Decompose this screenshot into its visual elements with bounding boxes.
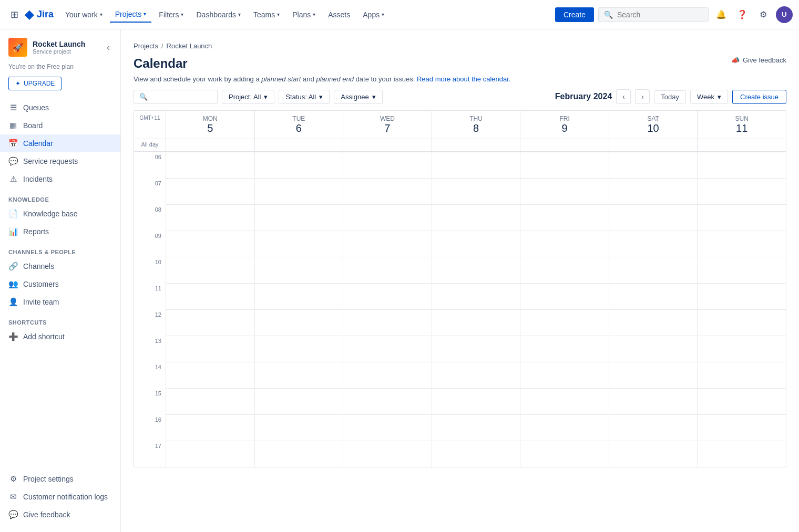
time-cell[interactable] <box>432 441 520 467</box>
topnav-your-work[interactable]: Your work ▾ <box>60 7 108 22</box>
time-cell[interactable] <box>254 152 343 178</box>
calendar-next-button[interactable]: › <box>635 89 650 104</box>
time-cell[interactable] <box>697 283 786 309</box>
time-cell[interactable] <box>254 309 343 336</box>
calendar-search-input[interactable] <box>151 93 212 101</box>
time-cell[interactable] <box>609 204 698 231</box>
time-cell[interactable] <box>343 178 432 204</box>
allday-cell-mon[interactable] <box>166 139 254 151</box>
time-cell[interactable] <box>609 414 698 441</box>
time-cell[interactable] <box>254 362 343 388</box>
time-cell[interactable] <box>697 204 786 231</box>
time-cell[interactable] <box>432 414 520 441</box>
time-cell[interactable] <box>609 257 698 283</box>
time-cell[interactable] <box>609 231 698 257</box>
sidebar-item-board[interactable]: ▦ Board <box>0 117 120 134</box>
today-button[interactable]: Today <box>654 90 686 103</box>
time-cell[interactable] <box>166 283 254 309</box>
create-button[interactable]: Create <box>555 7 594 22</box>
time-cell[interactable] <box>254 388 343 414</box>
time-cell[interactable] <box>520 336 609 362</box>
create-issue-button[interactable]: Create issue <box>732 90 786 104</box>
project-filter-button[interactable]: Project: All ▾ <box>222 90 274 104</box>
sidebar-item-invite-team[interactable]: 👤 Invite team <box>0 293 120 311</box>
time-cell[interactable] <box>609 178 698 204</box>
time-cell[interactable] <box>343 257 432 283</box>
time-cell[interactable] <box>432 178 520 204</box>
time-cell[interactable] <box>343 152 432 178</box>
time-cell[interactable] <box>520 309 609 336</box>
time-cell[interactable] <box>166 441 254 467</box>
time-cell[interactable] <box>520 283 609 309</box>
breadcrumb-projects-link[interactable]: Projects <box>134 42 158 50</box>
topnav-filters[interactable]: Filters ▾ <box>153 7 189 22</box>
calendar-search-box[interactable]: 🔍 <box>134 90 218 104</box>
search-input[interactable] <box>617 11 703 19</box>
time-cell[interactable] <box>166 178 254 204</box>
time-cell[interactable] <box>520 178 609 204</box>
time-cell[interactable] <box>520 441 609 467</box>
time-cell[interactable] <box>697 257 786 283</box>
time-cell[interactable] <box>166 362 254 388</box>
time-cell[interactable] <box>432 257 520 283</box>
time-cell[interactable] <box>254 257 343 283</box>
time-cell[interactable] <box>254 336 343 362</box>
jira-logo[interactable]: ◆ Jira <box>25 8 54 22</box>
help-button[interactable]: ❓ <box>734 6 751 23</box>
time-cell[interactable] <box>609 388 698 414</box>
time-cell[interactable] <box>697 414 786 441</box>
time-cell[interactable] <box>697 388 786 414</box>
time-cell[interactable] <box>609 362 698 388</box>
settings-button[interactable]: ⚙ <box>755 6 772 23</box>
sidebar-item-give-feedback[interactable]: 💬 Give feedback <box>0 506 120 524</box>
time-cell[interactable] <box>343 414 432 441</box>
topnav-plans[interactable]: Plans ▾ <box>287 7 321 22</box>
time-cell[interactable] <box>697 336 786 362</box>
time-cell[interactable] <box>697 231 786 257</box>
allday-cell-fri[interactable] <box>520 139 609 151</box>
time-cell[interactable] <box>254 283 343 309</box>
sidebar-item-channels[interactable]: 🔗 Channels <box>0 257 120 275</box>
sidebar-item-service-requests[interactable]: 💬 Service requests <box>0 152 120 170</box>
sidebar-item-calendar[interactable]: 📅 Calendar <box>0 134 120 152</box>
sidebar-collapse-button[interactable]: ‹ <box>105 40 112 55</box>
sidebar-item-add-shortcut[interactable]: ➕ Add shortcut <box>0 328 120 346</box>
time-cell[interactable] <box>520 388 609 414</box>
time-cell[interactable] <box>432 388 520 414</box>
time-cell[interactable] <box>343 336 432 362</box>
time-cell[interactable] <box>609 309 698 336</box>
time-cell[interactable] <box>432 362 520 388</box>
sidebar-item-customer-notification-logs[interactable]: ✉ Customer notification logs <box>0 488 120 506</box>
allday-cell-tue[interactable] <box>254 139 343 151</box>
assignee-filter-button[interactable]: Assignee ▾ <box>334 90 382 104</box>
week-view-button[interactable]: Week ▾ <box>690 90 728 104</box>
allday-cell-sun[interactable] <box>697 139 786 151</box>
sidebar-item-queues[interactable]: ☰ Queues <box>0 99 120 117</box>
time-cell[interactable] <box>520 257 609 283</box>
time-cell[interactable] <box>166 309 254 336</box>
time-cell[interactable] <box>254 231 343 257</box>
time-cell[interactable] <box>432 204 520 231</box>
topnav-projects[interactable]: Projects ▾ <box>110 7 152 23</box>
time-cell[interactable] <box>254 178 343 204</box>
sidebar-item-project-settings[interactable]: ⚙ Project settings <box>0 470 120 488</box>
time-cell[interactable] <box>343 362 432 388</box>
time-cell[interactable] <box>343 283 432 309</box>
time-cell[interactable] <box>432 231 520 257</box>
time-cell[interactable] <box>609 283 698 309</box>
calendar-prev-button[interactable]: ‹ <box>616 89 631 104</box>
time-cell[interactable] <box>166 414 254 441</box>
topnav-dashboards[interactable]: Dashboards ▾ <box>191 7 246 22</box>
time-cell[interactable] <box>520 231 609 257</box>
time-cell[interactable] <box>520 414 609 441</box>
user-avatar[interactable]: U <box>776 6 793 23</box>
time-cell[interactable] <box>432 152 520 178</box>
time-cell[interactable] <box>166 388 254 414</box>
topnav-assets[interactable]: Assets <box>323 7 355 22</box>
time-cell[interactable] <box>343 204 432 231</box>
upgrade-button[interactable]: ✦ UPGRADE <box>8 77 62 90</box>
sidebar-item-reports[interactable]: 📊 Reports <box>0 223 120 241</box>
allday-cell-wed[interactable] <box>343 139 432 151</box>
search-box[interactable]: 🔍 <box>598 7 709 22</box>
time-cell[interactable] <box>166 152 254 178</box>
